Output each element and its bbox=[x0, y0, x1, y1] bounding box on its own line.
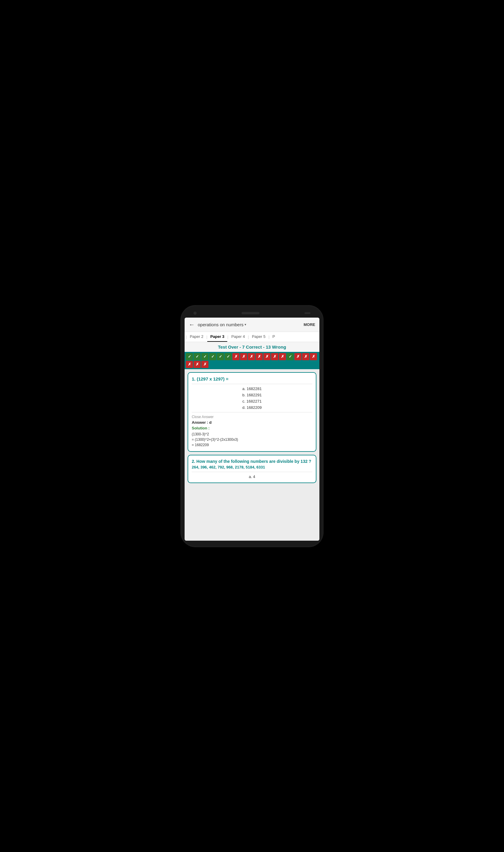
answer-cell-13: ✗ bbox=[279, 353, 286, 360]
solution-line-2: = (1300)^2+(3)^2-(2x1300x3) bbox=[192, 437, 238, 442]
answer-cell-8: ✗ bbox=[240, 353, 247, 360]
tab-paper-2[interactable]: Paper 2 bbox=[187, 332, 206, 342]
app-header: ← operations on numbers ▾ MORE bbox=[185, 318, 319, 332]
speaker-grille bbox=[241, 312, 259, 314]
answer-cell-12: ✗ bbox=[271, 353, 278, 360]
answer-cell-1: ✓ bbox=[186, 353, 193, 360]
answer-cell-20: ✗ bbox=[201, 361, 209, 368]
question-2-numbers: 264, 396, 462, 792, 968, 2178, 5184, 633… bbox=[192, 465, 312, 472]
phone-screen: ← operations on numbers ▾ MORE | Paper 2… bbox=[185, 318, 319, 541]
answer-cell-14: ✓ bbox=[287, 353, 294, 360]
answer-cell-3: ✓ bbox=[201, 353, 209, 360]
answer-cell-16: ✗ bbox=[302, 353, 309, 360]
paper-tabs: | Paper 2 | Paper 3 | Paper 4 | Paper 5 … bbox=[185, 332, 319, 342]
answer-cell-18: ✗ bbox=[186, 361, 193, 368]
header-title: operations on numbers ▾ bbox=[198, 322, 304, 327]
answer-cell-9: ✗ bbox=[248, 353, 255, 360]
answer-cell-19: ✗ bbox=[194, 361, 201, 368]
question-2-title: 2. How many of the following numbers are… bbox=[192, 459, 312, 464]
questions-area: 1. (1297 x 1297) = a. 1682281 b. 1682291… bbox=[185, 369, 319, 541]
answer-1-label: Answer : d bbox=[192, 420, 312, 425]
answer-grid: ✓ ✓ ✓ ✓ ✓ ✓ ✗ ✗ ✗ ✗ ✗ ✗ ✗ ✓ ✗ ✗ ✗ ✗ ✗ ✗ bbox=[185, 352, 319, 369]
test-result-banner: Test Over - 7 Correct - 13 Wrong bbox=[185, 342, 319, 352]
phone-device: ← operations on numbers ▾ MORE | Paper 2… bbox=[180, 305, 324, 547]
back-button[interactable]: ← bbox=[189, 321, 195, 328]
question-1-options: a. 1682281 b. 1682291 c. 1682271 d. 1682… bbox=[192, 386, 312, 413]
option-1d[interactable]: d. 1682209 bbox=[192, 405, 312, 410]
option-2a[interactable]: a. 4 bbox=[192, 474, 312, 479]
front-camera bbox=[194, 312, 197, 314]
answer-cell-5: ✓ bbox=[217, 353, 224, 360]
more-button[interactable]: MORE bbox=[304, 322, 315, 327]
tab-paper-5[interactable]: Paper 5 bbox=[249, 332, 269, 342]
phone-top-bar bbox=[185, 310, 319, 316]
answer-cell-10: ✗ bbox=[256, 353, 263, 360]
tab-paper-4[interactable]: Paper 4 bbox=[229, 332, 248, 342]
option-1c[interactable]: c. 1682271 bbox=[192, 399, 312, 403]
answer-cell-17: ✗ bbox=[310, 353, 317, 360]
solution-line-3: = 1682209 bbox=[192, 443, 209, 447]
question-1-title: 1. (1297 x 1297) = bbox=[192, 376, 312, 384]
answer-cell-11: ✗ bbox=[263, 353, 270, 360]
dropdown-arrow-icon[interactable]: ▾ bbox=[245, 323, 246, 327]
answer-cell-7: ✗ bbox=[232, 353, 239, 360]
option-1a[interactable]: a. 1682281 bbox=[192, 386, 312, 391]
answer-cell-15: ✗ bbox=[294, 353, 302, 360]
answer-cell-2: ✓ bbox=[194, 353, 201, 360]
tab-paper-3[interactable]: Paper 3 bbox=[207, 332, 227, 342]
answer-cell-6: ✓ bbox=[224, 353, 232, 360]
solution-1-label: Solution : bbox=[192, 426, 312, 430]
header-title-text: operations on numbers bbox=[198, 322, 244, 327]
solution-line-1: (1300-3)^2 bbox=[192, 432, 209, 436]
question-card-2: 2. How many of the following numbers are… bbox=[187, 455, 317, 483]
sensor bbox=[305, 312, 310, 314]
solution-1-text: (1300-3)^2 = (1300)^2+(3)^2-(2x1300x3) =… bbox=[192, 432, 312, 448]
answer-cell-4: ✓ bbox=[209, 353, 216, 360]
close-answer-link[interactable]: Close Answer bbox=[192, 415, 312, 419]
question-card-1: 1. (1297 x 1297) = a. 1682281 b. 1682291… bbox=[187, 372, 317, 452]
tab-paper-more[interactable]: P bbox=[270, 332, 278, 342]
option-1b[interactable]: b. 1682291 bbox=[192, 393, 312, 397]
